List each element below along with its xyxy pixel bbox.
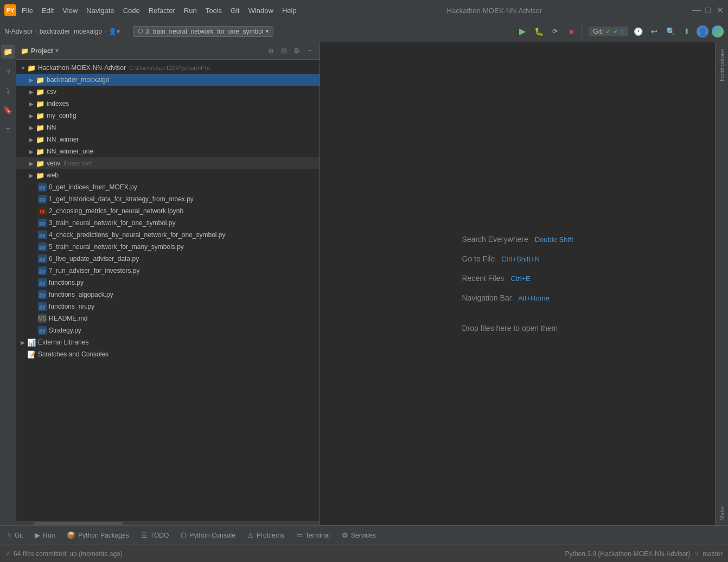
menu-refactor[interactable]: Refactor — [149, 7, 175, 15]
tree-item-strategy[interactable]: ▶ py Strategy.py — [16, 324, 320, 336]
tab-todo[interactable]: ☰ TODO — [136, 528, 174, 543]
tree-item-web[interactable]: ▶ 📁 web — [16, 169, 320, 181]
ai-button[interactable] — [712, 25, 724, 37]
make-label[interactable]: Make — [717, 502, 727, 525]
tree-item-functions[interactable]: ▶ py functions.py — [16, 277, 320, 289]
editor-area: Search Everywhere Double Shift Go to Fil… — [320, 42, 715, 525]
project-view-button[interactable]: 📁 — [1, 44, 15, 59]
branch-name: master — [703, 550, 723, 558]
branch-icon: ⑂ — [694, 550, 698, 558]
profile-button[interactable]: 👤 — [697, 25, 708, 37]
menu-code[interactable]: Code — [123, 7, 140, 15]
tree-item-file-7[interactable]: ▶ py 7_run_adviser_for_investors.py — [16, 265, 320, 277]
tree-item-file-0[interactable]: ▶ py 0_get_indices_from_MOEX.py — [16, 181, 320, 193]
menu-window[interactable]: Window — [248, 7, 273, 15]
tab-python-packages[interactable]: 📦 Python Packages — [61, 528, 134, 543]
breadcrumb-root[interactable]: N-Advisor — [4, 28, 33, 35]
tree-item-readme[interactable]: ▶ MD README.md — [16, 312, 320, 324]
python-version-text: Python 3.9 (Hackathon-MOEX-NN-Advisor) — [565, 550, 691, 558]
tree-item-nn-winner-one[interactable]: ▶ 📁 NN_winner_one — [16, 145, 320, 157]
right-sidebar: Notifications Make — [715, 42, 728, 525]
commit-button[interactable]: ⑂ — [1, 64, 15, 78]
tree-item-ext-libs[interactable]: ▶ 📊 External Libraries — [16, 336, 320, 348]
tab-run-label: Run — [43, 532, 55, 539]
menu-help[interactable]: Help — [282, 7, 297, 15]
tab-run[interactable]: ▶ Run — [29, 528, 60, 543]
project-header: 📁 Project ▾ ⊕ ⊟ ⚙ − — [16, 42, 320, 60]
run-button[interactable]: ▶ — [516, 25, 529, 38]
locate-file-button[interactable]: ⊕ — [265, 46, 276, 56]
git-check1: ✓ — [605, 28, 611, 35]
tab-todo-label: TODO — [150, 532, 169, 539]
ext-libs-icon: 📊 — [27, 338, 36, 347]
toolbar-buttons: ▶ 🐛 ⟳ ■ Git: ✓ ✓ ↑ 🕐 ↩ 🔍 ⬆ 👤 — [516, 25, 724, 38]
coverage-button[interactable]: ⟳ — [548, 25, 561, 38]
menu-tools[interactable]: Tools — [206, 7, 222, 15]
tree-root[interactable]: ▾ 📁 Hackathon-MOEX-NN-Advisor C:\Users\u… — [16, 62, 320, 74]
breadcrumb-user-icon[interactable]: 👤▾ — [108, 28, 120, 35]
folder-icon: 📁 — [36, 87, 44, 96]
tab-git-label: Git — [15, 532, 23, 539]
maximize-button[interactable]: □ — [704, 7, 712, 14]
tree-item-file-5[interactable]: ▶ py 5_train_neural_network_for_many_sym… — [16, 241, 320, 253]
tab-packages-label: Python Packages — [78, 532, 129, 539]
tree-item-csv[interactable]: ▶ 📁 csv — [16, 86, 320, 98]
tree-item-file-2[interactable]: ▶ ip 2_choosing_metrics_for_neural_netwo… — [16, 205, 320, 217]
py-file-icon: py — [38, 326, 47, 335]
git-history-button[interactable]: 🕐 — [631, 25, 644, 38]
structure-button[interactable]: ≡ — [1, 123, 15, 137]
tree-item-indexes[interactable]: ▶ 📁 indexes — [16, 98, 320, 110]
undo-button[interactable]: ↩ — [648, 25, 661, 38]
close-panel-button[interactable]: − — [304, 46, 315, 56]
tab-python-console[interactable]: ⬡ Python Console — [175, 528, 241, 543]
tree-item-functions-algopack[interactable]: ▶ py functions_algopack.py — [16, 289, 320, 301]
menu-view[interactable]: View — [62, 7, 78, 15]
bookmarks-button[interactable]: 🔖 — [1, 103, 15, 117]
branch-selector[interactable]: ⬡ 3_train_neural_network_for_one_symbol … — [133, 26, 273, 37]
folder-icon: 📁 — [36, 75, 44, 84]
tree-item-file-3[interactable]: ▶ py 3_train_neural_network_for_one_symb… — [16, 217, 320, 229]
search-button[interactable]: 🔍 — [664, 25, 677, 38]
collapse-all-button[interactable]: ⊟ — [278, 46, 289, 56]
git-push[interactable]: ↑ — [621, 28, 624, 35]
titlebar: PY File Edit View Navigate Code Refactor… — [0, 0, 728, 21]
pull-requests-button[interactable]: ⤵ — [1, 84, 15, 98]
tree-item-nn-winner[interactable]: ▶ 📁 NN_winner — [16, 133, 320, 145]
tree-item-myconfig[interactable]: ▶ 📁 my_config — [16, 110, 320, 122]
close-button[interactable]: ✕ — [716, 7, 724, 14]
tree-item-file-1[interactable]: ▶ py 1_get_historical_data_for_strategy_… — [16, 193, 320, 205]
menu-edit[interactable]: Edit — [42, 7, 54, 15]
tree-item-file-6[interactable]: ▶ py 6_live_update_adviser_data.py — [16, 253, 320, 265]
tab-problems-label: Problems — [257, 532, 284, 539]
tree-item-backtrader[interactable]: ▶ 📁 backtrader_moexalgo — [16, 74, 320, 86]
app-logo: PY — [4, 4, 16, 16]
minimize-button[interactable]: — — [692, 7, 700, 14]
tree-item-scratches[interactable]: ▶ 📝 Scratches and Consoles — [16, 348, 320, 360]
tab-problems[interactable]: ⚠ Problems — [242, 528, 290, 543]
folder-icon: 📁 — [36, 171, 44, 180]
breadcrumb-folder[interactable]: backtrader_moexalgo — [40, 28, 102, 35]
menu-git[interactable]: Git — [231, 7, 240, 15]
tree-item-functions-nn[interactable]: ▶ py functions_nn.py — [16, 301, 320, 312]
menu-file[interactable]: File — [22, 7, 33, 15]
tree-item-file-4[interactable]: ▶ py 4_check_predictions_by_neural_netwo… — [16, 229, 320, 241]
folder-icon: 📁 — [36, 123, 44, 132]
stop-button[interactable]: ■ — [565, 25, 578, 38]
py-file-icon: py — [38, 254, 47, 263]
menu-navigate[interactable]: Navigate — [86, 7, 114, 15]
debug-button[interactable]: 🐛 — [532, 25, 545, 38]
tab-terminal[interactable]: ▭ Terminal — [291, 528, 335, 543]
status-left: ⑂ 64 files committed: up (moments ago) — [5, 550, 123, 558]
tab-git[interactable]: ⑂ Git — [2, 528, 28, 543]
tree-item-venv[interactable]: ▶ 📁 venv library root — [16, 157, 320, 169]
tab-services[interactable]: ⚙ Services — [336, 528, 381, 543]
tab-terminal-label: Terminal — [305, 532, 330, 539]
bottom-tabs: ⑂ Git ▶ Run 📦 Python Packages ☰ TODO ⬡ P… — [0, 525, 728, 545]
tree-item-nn[interactable]: ▶ 📁 NN — [16, 122, 320, 133]
tab-console-label: Python Console — [189, 532, 235, 539]
update-button[interactable]: ⬆ — [680, 25, 693, 38]
filter-button[interactable]: ⚙ — [291, 46, 302, 56]
notifications-label[interactable]: Notifications — [717, 44, 727, 86]
breadcrumb: N-Advisor › backtrader_moexalgo › 👤▾ — [4, 28, 120, 35]
menu-run[interactable]: Run — [184, 7, 197, 15]
